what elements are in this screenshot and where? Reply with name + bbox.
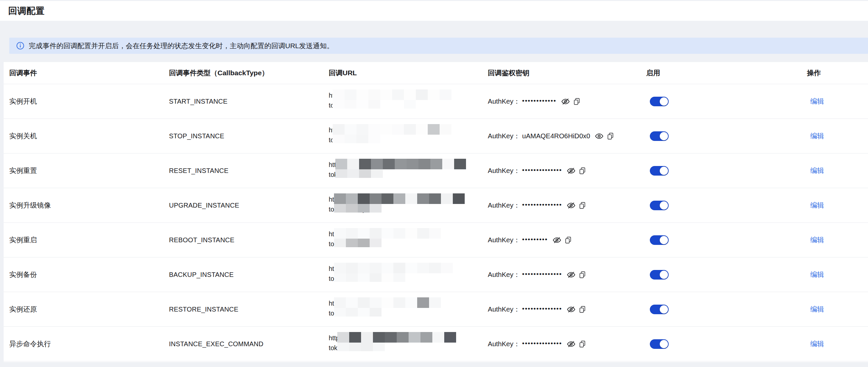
copy-icon[interactable] [573, 98, 580, 105]
event-name: 实例还原 [9, 292, 168, 327]
action-cell: 编辑 [807, 188, 866, 222]
event-name: 实例开机 [9, 84, 168, 119]
enable-toggle[interactable] [650, 97, 669, 106]
col-header-callback-url: 回调URL [329, 62, 487, 84]
enable-toggle[interactable] [650, 201, 669, 210]
copy-icon[interactable] [565, 236, 571, 244]
copy-icon[interactable] [579, 167, 586, 175]
table-row: 实例升级镜像 UPGRADE_INSTANCE htt token=4942y.… [4, 188, 868, 223]
enable-cell [646, 188, 806, 222]
enable-toggle[interactable] [650, 305, 669, 314]
enable-toggle[interactable] [650, 339, 669, 349]
callback-url-line2: toke [329, 274, 487, 283]
callback-type: REBOOT_INSTANCE [169, 223, 328, 257]
authkey-label: AuthKey： [488, 305, 520, 314]
callback-url-line1: http://1 [329, 333, 487, 343]
col-header-callback-type: 回调事件类型（CallbackType） [169, 62, 328, 84]
table-row: 实例关机 STOP_INSTANCE ht tok AuthKey： uAMAQ… [4, 119, 868, 153]
edit-button[interactable]: 编辑 [810, 339, 824, 348]
callback-url-line2: tok [329, 239, 487, 249]
copy-icon[interactable] [579, 306, 586, 313]
authkey-label: AuthKey： [488, 201, 520, 210]
toggle-knob [660, 305, 668, 313]
callback-url: ht to [329, 84, 487, 119]
copy-icon[interactable] [579, 202, 586, 209]
toggle-knob [660, 340, 668, 348]
authkey-cell: AuthKey： uAMAQE4RO6HiD0x0 [488, 119, 645, 153]
authkey-label: AuthKey： [488, 270, 520, 279]
page-title: 回调配置 [8, 5, 44, 17]
table-row: 实例备份 BACKUP_INSTANCE http toke AuthKey： … [4, 257, 868, 292]
masked-authkey: •••••••••••••• [522, 166, 562, 174]
masked-authkey: •••••••••••••• [522, 270, 562, 278]
authkey-value: uAMAQE4RO6HiD0x0 [522, 132, 590, 140]
callback-url-line2: tok [329, 135, 487, 145]
eye-open-icon[interactable] [595, 132, 603, 141]
table-header-row: 回调事件 回调事件类型（CallbackType） 回调URL 回调鉴权密钥 启… [4, 62, 868, 84]
authkey-cell: AuthKey： •••••••••••••• [488, 188, 645, 222]
copy-icon[interactable] [607, 132, 614, 140]
callback-url-line1: ht [329, 90, 487, 100]
callback-url-line1: htt [329, 160, 487, 170]
enable-cell [646, 327, 806, 361]
eye-off-icon[interactable] [567, 201, 576, 210]
copy-icon[interactable] [579, 340, 586, 348]
callback-url: http: toke [329, 292, 487, 327]
authkey-label: AuthKey： [488, 131, 520, 141]
eye-off-icon[interactable] [567, 305, 576, 314]
table-row: 实例还原 RESTORE_INSTANCE http: toke AuthKey… [4, 292, 868, 327]
toggle-knob [660, 167, 668, 175]
eye-off-icon[interactable] [561, 97, 570, 106]
event-name: 异步命令执行 [9, 327, 168, 361]
table-row: 实例重置 RESET_INSTANCE htt tok AuthKey： •••… [4, 153, 868, 188]
edit-button[interactable]: 编辑 [810, 97, 824, 106]
eye-off-icon[interactable] [567, 270, 576, 279]
callback-url-line1: http [329, 264, 487, 274]
authkey-cell: AuthKey： ••••••••• [488, 223, 645, 257]
event-name: 实例升级镜像 [9, 188, 168, 222]
authkey-cell: AuthKey： •••••••••••• [488, 84, 645, 119]
eye-off-icon[interactable] [567, 166, 576, 175]
action-cell: 编辑 [807, 153, 866, 188]
callback-url: htt token=4942y. [329, 188, 487, 222]
enable-toggle[interactable] [650, 235, 669, 245]
info-banner: 完成事件的回调配置并开启后，会在任务处理的状态发生变化时，主动向配置的回调URL… [9, 38, 868, 54]
authkey-label: AuthKey： [488, 97, 520, 106]
title-bar: 回调配置 [0, 1, 868, 21]
callback-url-line1: htt [329, 229, 487, 239]
enable-toggle[interactable] [650, 131, 669, 141]
edit-button[interactable]: 编辑 [810, 305, 824, 314]
toggle-knob [660, 132, 668, 140]
enable-cell [646, 223, 806, 257]
action-cell: 编辑 [807, 292, 866, 327]
callback-url-line2: token=4942y. [329, 204, 487, 214]
edit-button[interactable]: 编辑 [810, 270, 824, 279]
eye-off-icon[interactable] [567, 340, 576, 348]
toggle-knob [660, 201, 668, 210]
action-cell: 编辑 [807, 223, 866, 257]
callback-url: htt tok [329, 223, 487, 257]
enable-cell [646, 119, 806, 153]
callback-url-line1: ht [329, 125, 487, 135]
event-name: 实例关机 [9, 119, 168, 153]
edit-button[interactable]: 编辑 [810, 201, 824, 210]
enable-cell [646, 257, 806, 292]
authkey-cell: AuthKey： •••••••••••••• [488, 292, 645, 327]
enable-toggle[interactable] [650, 270, 669, 279]
info-banner-text: 完成事件的回调配置并开启后，会在任务处理的状态发生变化时，主动向配置的回调URL… [29, 41, 334, 51]
authkey-cell: AuthKey： •••••••••••••• [488, 257, 645, 292]
callback-url: http://1 token= [329, 327, 487, 361]
edit-button[interactable]: 编辑 [810, 166, 824, 175]
callback-url-line2: tok [329, 170, 487, 180]
edit-button[interactable]: 编辑 [810, 235, 824, 245]
table-row: 实例重启 REBOOT_INSTANCE htt tok AuthKey： ••… [4, 223, 868, 257]
eye-off-icon[interactable] [553, 236, 561, 245]
masked-authkey: •••••••••••••• [522, 201, 562, 208]
edit-button[interactable]: 编辑 [810, 131, 824, 141]
callback-type: INSTANCE_EXEC_COMMAND [169, 327, 328, 361]
copy-icon[interactable] [579, 271, 586, 279]
callback-type: UPGRADE_INSTANCE [169, 188, 328, 222]
masked-authkey: •••••••••••••• [522, 340, 562, 347]
callback-url-line2: token= [329, 343, 487, 353]
enable-toggle[interactable] [650, 166, 669, 176]
